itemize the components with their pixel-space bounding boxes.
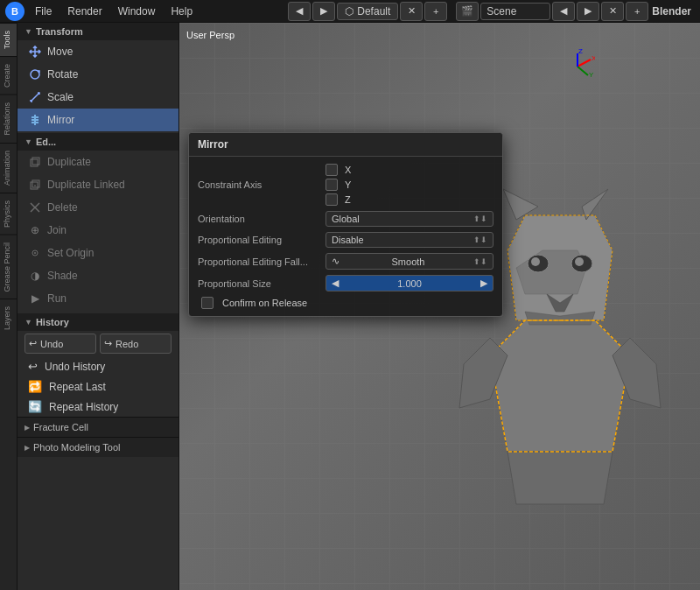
proportional-editing-value: Disable — [332, 235, 364, 245]
duplicate-icon — [28, 155, 42, 169]
redo-button[interactable]: ↪ Redo — [100, 334, 172, 354]
help-menu[interactable]: Help — [164, 4, 200, 19]
svg-text:X: X — [592, 54, 595, 62]
run-tool[interactable]: ▶ Run — [18, 287, 178, 310]
repeat-last-icon: 🔁 — [28, 380, 42, 393]
mirror-popup-body: Constraint Axis X Y Z — [189, 157, 502, 316]
duplicate-tool[interactable]: Duplicate — [18, 151, 178, 173]
fracture-cell-header[interactable]: ▶ Fracture Cell — [18, 418, 178, 437]
tab-grease-pencil[interactable]: Grease Pencil — [0, 235, 17, 299]
workspace-add-icon[interactable]: + — [424, 2, 447, 21]
smooth-wave-icon: ∿ — [332, 256, 340, 267]
scene-add[interactable]: + — [626, 2, 648, 21]
scene-group: 🎬 ◀ ▶ ✕ + — [456, 2, 648, 21]
move-tool[interactable]: Move — [18, 40, 178, 63]
rotate-icon — [28, 67, 42, 81]
tab-animation[interactable]: Animation — [0, 143, 17, 193]
svg-text:Y: Y — [589, 71, 594, 79]
proportional-falloff-dropdown[interactable]: ∿ Smooth ⬆⬇ — [326, 253, 494, 270]
orientation-label: Orientation — [198, 214, 320, 224]
history-section-label: History — [36, 317, 69, 327]
orientation-arrow-icon: ⬆⬇ — [473, 214, 487, 223]
falloff-arrow-icon: ⬆⬇ — [473, 257, 487, 266]
orientation-value: Global — [332, 214, 360, 224]
proportional-size-slider[interactable]: ◀ 1.000 ▶ — [326, 275, 494, 291]
repeat-history-button[interactable]: 🔄 Repeat History — [18, 397, 178, 417]
transform-arrow: ▼ — [24, 27, 32, 36]
scene-input[interactable] — [480, 3, 550, 20]
workspace-selector[interactable]: ⬡ Default — [337, 3, 398, 20]
repeat-history-icon: 🔄 — [28, 400, 42, 413]
tab-tools[interactable]: Tools — [0, 23, 17, 56]
photo-modeling-section: ▶ Photo Modeling Tool — [18, 437, 178, 457]
z-axis-row: Z — [326, 193, 351, 206]
history-section-header[interactable]: ▼ History — [18, 313, 178, 331]
z-checkbox[interactable] — [326, 193, 338, 206]
z-label: Z — [345, 194, 351, 205]
proportional-editing-dropdown[interactable]: Disable ⬆⬇ — [326, 232, 494, 248]
rotate-tool[interactable]: Rotate — [18, 63, 178, 86]
fracture-tri-icon: ▶ — [24, 424, 30, 432]
tab-create[interactable]: Create — [0, 56, 17, 95]
nav-left-icon[interactable]: ◀ — [288, 2, 311, 21]
workspace-close-icon[interactable]: ✕ — [400, 2, 423, 21]
join-tool[interactable]: ⊕ Join — [18, 219, 178, 242]
delete-tool[interactable]: Delete — [18, 196, 178, 219]
scene-close[interactable]: ✕ — [601, 2, 624, 21]
photo-modeling-header[interactable]: ▶ Photo Modeling Tool — [18, 438, 178, 457]
scene-nav-right[interactable]: ▶ — [577, 2, 599, 21]
render-menu[interactable]: Render — [60, 4, 108, 19]
undo-history-label: Undo History — [45, 361, 105, 373]
shade-tool[interactable]: ◑ Shade — [18, 264, 178, 287]
nav-right-icon[interactable]: ▶ — [312, 2, 335, 21]
set-origin-icon — [28, 246, 42, 260]
scene-nav-left[interactable]: ◀ — [552, 2, 575, 21]
constraint-axis-row: Constraint Axis X Y Z — [198, 164, 494, 206]
proportional-falloff-row: Proportional Editing Fall... ∿ Smooth ⬆⬇ — [198, 253, 494, 270]
workspace-label: Default — [357, 5, 390, 18]
scale-tool[interactable]: Scale — [18, 86, 178, 109]
side-tabs-panel: Tools Create Relations Animation Physics… — [0, 23, 18, 590]
sidebar: ▼ Transform Move Rotate Scale Mirr — [18, 23, 179, 590]
edit-section-header[interactable]: ▼ Ed... — [18, 133, 178, 151]
proportional-falloff-label: Proportional Editing Fall... — [198, 256, 320, 267]
redo-icon: ↪ — [104, 338, 112, 349]
blender-logo: B — [5, 2, 24, 21]
undo-history-icon: ↩ — [28, 360, 38, 373]
workspace-group: ◀ ▶ ⬡ Default ✕ + — [288, 2, 447, 21]
viewport-label: User Persp — [186, 30, 234, 40]
confirm-on-release-checkbox[interactable] — [201, 297, 214, 309]
mirror-tool[interactable]: Mirror — [18, 109, 178, 131]
proportional-falloff-value: Smooth — [392, 256, 425, 267]
tab-physics[interactable]: Physics — [0, 193, 17, 235]
delete-icon — [28, 200, 42, 214]
svg-marker-10 — [490, 320, 630, 452]
duplicate-linked-tool[interactable]: Duplicate Linked — [18, 173, 178, 196]
svg-point-17 — [575, 257, 584, 266]
transform-section-label: Transform — [36, 26, 83, 37]
undo-label: Undo — [40, 339, 63, 349]
undo-button[interactable]: ↩ Undo — [24, 334, 96, 354]
tab-relations[interactable]: Relations — [0, 95, 17, 143]
window-menu[interactable]: Window — [111, 4, 163, 19]
history-arrow: ▼ — [24, 318, 32, 327]
proportional-editing-row: Proportional Editing Disable ⬆⬇ — [198, 232, 494, 248]
y-checkbox[interactable] — [326, 179, 338, 191]
topbar: B File Render Window Help ◀ ▶ ⬡ Default … — [0, 0, 700, 23]
svg-line-28 — [578, 67, 588, 75]
scene-icon: 🎬 — [456, 2, 479, 21]
set-origin-tool[interactable]: Set Origin — [18, 242, 178, 264]
file-menu[interactable]: File — [28, 4, 59, 19]
repeat-last-button[interactable]: 🔁 Repeat Last — [18, 376, 178, 397]
constraint-axis-label: Constraint Axis — [198, 179, 320, 190]
orientation-dropdown[interactable]: Global ⬆⬇ — [326, 211, 494, 227]
undo-history-button[interactable]: ↩ Undo History — [18, 356, 178, 376]
photo-modeling-label: Photo Modeling Tool — [33, 442, 120, 453]
svg-text:Z: Z — [578, 49, 583, 55]
transform-section-header[interactable]: ▼ Transform — [18, 23, 178, 40]
viewport[interactable]: User Persp — [179, 23, 700, 590]
tab-layers[interactable]: Layers — [0, 299, 17, 337]
main-area: Tools Create Relations Animation Physics… — [0, 23, 700, 590]
x-checkbox[interactable] — [326, 164, 338, 176]
proportional-editing-label: Proportional Editing — [198, 235, 320, 245]
